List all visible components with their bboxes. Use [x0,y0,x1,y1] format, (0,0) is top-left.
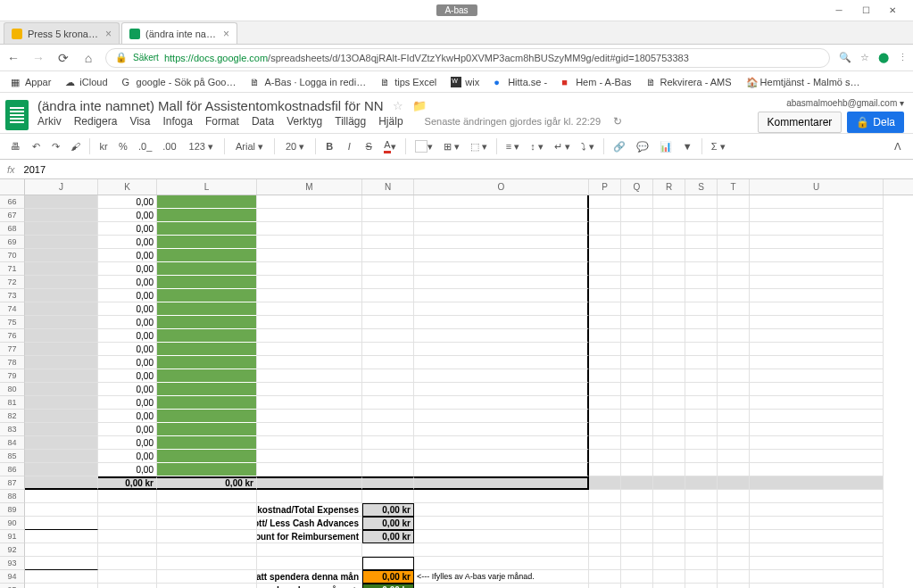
cell[interactable] [621,276,653,289]
cell[interactable] [653,503,685,517]
cell[interactable] [685,195,718,209]
borders-button[interactable]: ⊞ ▾ [440,137,463,155]
cell[interactable] [414,343,589,356]
bold-button[interactable]: B [321,137,337,155]
cell[interactable] [414,236,589,249]
cell[interactable]: 0,00 [98,262,157,276]
number-format-button[interactable]: 123 ▾ [184,139,219,154]
minimize-button[interactable]: ─ [826,2,852,20]
cell[interactable] [25,450,98,463]
cell[interactable] [653,570,685,584]
column-header-K[interactable]: K [98,179,157,195]
cell[interactable] [257,236,362,249]
cell[interactable] [362,316,414,329]
chart-button[interactable]: 📊 [656,137,676,155]
cell[interactable] [750,423,884,436]
row-header[interactable]: 93 [0,557,25,570]
cell[interactable] [621,423,653,436]
cell[interactable] [750,195,884,209]
cell[interactable] [589,570,621,584]
cell[interactable] [750,503,884,517]
menu-icon[interactable]: ⋮ [898,52,908,63]
cell[interactable] [414,383,589,396]
cell[interactable] [621,209,653,222]
cell[interactable] [718,369,750,383]
cell[interactable]: 0,00 [98,396,157,410]
cell[interactable] [25,490,98,503]
row-header[interactable]: 85 [0,450,25,463]
cell[interactable] [589,222,621,236]
cell[interactable] [653,356,685,369]
cell[interactable] [257,463,362,476]
cell[interactable] [589,209,621,222]
cell[interactable] [653,289,685,302]
cell[interactable] [750,209,884,222]
cell[interactable] [257,476,362,490]
bookmark-item[interactable]: ●Hitta.se - [488,75,552,89]
row-header[interactable]: 73 [0,289,25,302]
menu-hjalp[interactable]: Hjälp [378,115,403,128]
cell[interactable] [257,356,362,369]
cell[interactable] [718,249,750,262]
cell[interactable] [362,329,414,343]
cell[interactable] [362,302,414,316]
history-icon[interactable]: ↻ [613,115,622,128]
cell[interactable] [257,195,362,209]
cell[interactable] [653,530,685,543]
cell[interactable] [589,463,621,476]
cell[interactable] [653,584,685,588]
cell[interactable] [718,356,750,369]
cell[interactable] [414,503,589,517]
cell[interactable] [653,490,685,503]
row-header[interactable]: 80 [0,383,25,396]
cell[interactable] [257,436,362,450]
cell[interactable] [589,302,621,316]
row-header[interactable]: 92 [0,543,25,557]
user-email[interactable]: abasmalmoehb@gmail.com ▾ [758,98,904,108]
bookmark-item[interactable]: 🗎A-Bas · Logga in redi… [245,75,371,89]
cell[interactable] [750,410,884,423]
cell[interactable] [653,557,685,570]
row-header[interactable]: 94 [0,570,25,584]
cell[interactable] [414,423,589,436]
cell[interactable] [25,343,98,356]
cell[interactable] [589,343,621,356]
cell[interactable] [98,530,157,543]
cell[interactable]: 0,00 [98,236,157,249]
cell[interactable] [653,517,685,530]
cell[interactable] [685,222,718,236]
cell[interactable] [685,503,718,517]
cell[interactable] [653,410,685,423]
cell[interactable] [157,302,257,316]
cell[interactable] [25,236,98,249]
cell[interactable] [718,423,750,436]
cell[interactable] [257,450,362,463]
row-header[interactable]: 82 [0,410,25,423]
cell[interactable] [653,383,685,396]
cell[interactable] [621,222,653,236]
cell[interactable] [685,262,718,276]
cell[interactable] [621,543,653,557]
cell[interactable] [414,450,589,463]
column-header-L[interactable]: L [157,179,257,195]
cell[interactable]: 0,00 kr [362,530,414,543]
cell[interactable] [750,396,884,410]
cell[interactable] [257,543,362,557]
cell[interactable] [25,570,98,584]
cell[interactable] [414,463,589,476]
cell[interactable] [157,276,257,289]
cell[interactable] [157,423,257,436]
folder-icon[interactable]: 📁 [412,99,427,112]
cell[interactable] [25,410,98,423]
cell[interactable] [685,276,718,289]
cell[interactable]: 0,00 [98,289,157,302]
cell[interactable] [98,570,157,584]
cell[interactable] [685,369,718,383]
cell[interactable] [621,289,653,302]
cell[interactable] [589,262,621,276]
cell[interactable] [25,302,98,316]
cell[interactable]: 0,00 [98,436,157,450]
cell[interactable] [98,490,157,503]
cell[interactable] [257,423,362,436]
cell[interactable] [257,302,362,316]
